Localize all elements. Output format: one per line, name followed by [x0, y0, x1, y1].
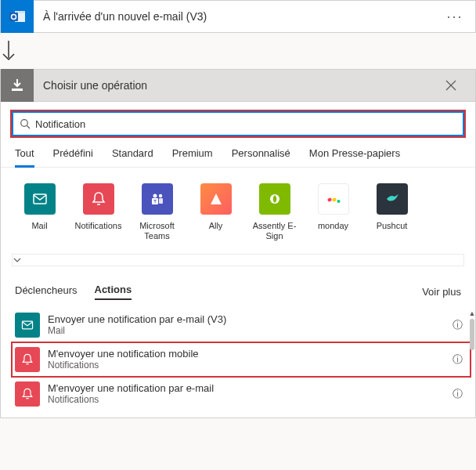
operation-panel: Tout Prédéfini Standard Premium Personna…	[0, 102, 476, 418]
connector-label: Pushcut	[362, 221, 421, 231]
mail-icon	[15, 313, 40, 338]
search-input[interactable]	[35, 118, 456, 130]
connector-assently[interactable]: Assently E-Sign	[245, 183, 304, 241]
info-icon[interactable]: ⓘ	[448, 352, 467, 367]
bell-icon	[15, 347, 40, 372]
svg-point-20	[326, 197, 332, 202]
choose-operation-title: Choisir une opération	[34, 79, 445, 92]
assently-icon	[259, 183, 290, 215]
choose-operation-header: Choisir une opération	[0, 69, 476, 102]
monday-icon	[318, 183, 349, 215]
info-icon[interactable]: ⓘ	[448, 387, 467, 401]
action-list: ▲ Envoyer une notification par e-mail (V…	[1, 308, 475, 418]
tab-standard[interactable]: Standard	[112, 147, 153, 167]
connector-label: Microsoft Teams	[128, 221, 186, 241]
connector-label: Notifications	[69, 221, 128, 231]
flow-arrow-icon	[0, 33, 476, 69]
connector-monday[interactable]: monday	[304, 183, 362, 241]
expand-connectors-button[interactable]	[12, 254, 464, 266]
connector-label: monday	[304, 221, 362, 231]
svg-point-9	[21, 120, 28, 127]
section-tabs: Déclencheurs Actions Voir plus	[1, 266, 475, 308]
tab-custom[interactable]: Personnalisé	[232, 147, 290, 167]
svg-point-14	[153, 194, 157, 198]
outlook-icon	[1, 0, 34, 33]
connector-teams[interactable]: T Microsoft Teams	[128, 183, 186, 241]
svg-point-13	[158, 194, 161, 197]
action-title: Envoyer une notification par e-mail (V3)	[48, 313, 440, 325]
svg-point-22	[337, 200, 340, 203]
svg-point-21	[331, 197, 337, 202]
action-subtitle: Mail	[48, 325, 440, 337]
trigger-card[interactable]: À l'arrivée d'un nouvel e-mail (V3) ···	[0, 0, 476, 33]
action-subtitle: Notifications	[48, 360, 440, 371]
search-box[interactable]	[12, 111, 464, 136]
connector-ally[interactable]: Ally	[186, 183, 245, 241]
connector-label: Assently E-Sign	[245, 221, 304, 241]
svg-marker-18	[211, 193, 222, 204]
action-send-me-email-notification[interactable]: M'envoyer une notification par e-mail No…	[12, 377, 471, 411]
connector-label: Mail	[10, 221, 69, 231]
connector-label: Ally	[186, 221, 245, 231]
search-icon	[20, 118, 31, 129]
connector-pushcut[interactable]: Pushcut	[362, 183, 421, 241]
bell-icon	[15, 381, 40, 407]
tab-premium[interactable]: Premium	[172, 147, 213, 167]
scope-tabs: Tout Prédéfini Standard Premium Personna…	[1, 136, 475, 168]
connector-grid: Mail Notifications T Microsoft Teams All…	[1, 168, 475, 249]
see-more-link[interactable]: Voir plus	[422, 286, 461, 298]
ally-icon	[200, 183, 232, 215]
close-button[interactable]	[445, 80, 469, 91]
action-send-mobile-notification[interactable]: M'envoyer une notification mobile Notifi…	[12, 342, 471, 377]
connector-mail[interactable]: Mail	[10, 183, 69, 241]
svg-rect-23	[22, 321, 32, 329]
mail-icon	[24, 183, 56, 215]
tab-builtin[interactable]: Prédéfini	[53, 147, 93, 167]
tab-actions[interactable]: Actions	[95, 284, 132, 300]
svg-rect-11	[34, 194, 46, 204]
scrollbar[interactable]: ▲	[469, 309, 475, 356]
connector-notifications[interactable]: Notifications	[69, 183, 128, 241]
svg-rect-2	[9, 13, 18, 21]
tab-clipboard[interactable]: Mon Presse-papiers	[309, 147, 400, 167]
tab-triggers[interactable]: Déclencheurs	[15, 284, 78, 299]
bell-icon	[83, 183, 114, 215]
teams-icon: T	[142, 183, 173, 215]
action-title: M'envoyer une notification par e-mail	[48, 382, 440, 394]
pushcut-icon	[377, 183, 408, 215]
svg-rect-16	[159, 198, 163, 204]
action-send-email-notification[interactable]: Envoyer une notification par e-mail (V3)…	[12, 308, 471, 342]
svg-rect-5	[12, 89, 23, 91]
tab-all[interactable]: Tout	[15, 147, 34, 168]
trigger-title: À l'arrivée d'un nouvel e-mail (V3)	[34, 10, 441, 23]
choose-operation-icon	[1, 69, 34, 102]
action-subtitle: Notifications	[48, 394, 440, 406]
action-title: M'envoyer une notification mobile	[48, 348, 440, 360]
info-icon[interactable]: ⓘ	[448, 318, 467, 332]
svg-text:T: T	[153, 199, 157, 204]
trigger-more-button[interactable]: ···	[441, 9, 469, 25]
svg-line-10	[27, 126, 31, 129]
